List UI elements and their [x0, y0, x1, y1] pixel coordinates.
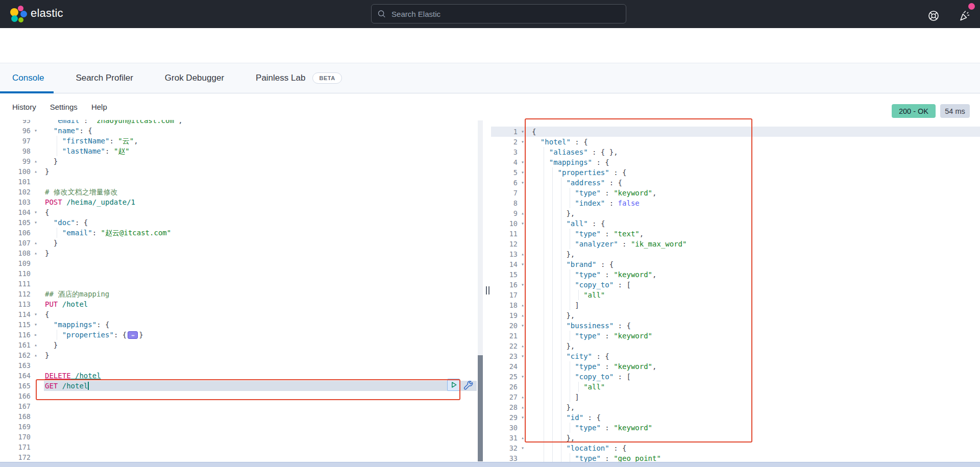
code-line-106[interactable]: 106 "email": "赵云@itcast.com" — [0, 228, 484, 238]
code-line-24[interactable]: 24 "type" : "keyword", — [491, 361, 980, 372]
fold-end-icon[interactable]: ▴ — [31, 166, 44, 177]
code-line-22[interactable]: 22▴ }, — [491, 341, 980, 351]
tab-search-profiler[interactable]: Search Profiler — [76, 73, 133, 83]
fold-expanded-icon[interactable]: ▾ — [518, 178, 531, 188]
code-line-101[interactable]: 101 — [0, 177, 484, 187]
code-text[interactable]: }, — [531, 402, 980, 412]
code-text[interactable]: }, — [531, 341, 980, 351]
tab-console[interactable]: Console — [12, 73, 44, 83]
fold-expanded-icon[interactable]: ▾ — [518, 443, 531, 453]
response-viewer[interactable]: 1▾{2▾ "hotel" : {3 "aliases" : { },4▾ "m… — [491, 120, 980, 462]
request-editor[interactable]: 95 "email": "zhaoyun@itcast.com",96▾ "na… — [0, 120, 484, 462]
fold-end-icon[interactable]: ▴ — [518, 208, 531, 218]
newsfeed-icon[interactable] — [959, 10, 971, 22]
code-line-18[interactable]: 18▴ ] — [491, 300, 980, 310]
code-text[interactable]: "copy_to" : [ — [531, 372, 980, 382]
code-line-171[interactable]: 171 — [0, 442, 484, 452]
code-text[interactable] — [44, 391, 477, 401]
code-line-109[interactable]: 109 — [0, 258, 484, 268]
tab-grok-debugger[interactable]: Grok Debugger — [165, 73, 224, 83]
code-line-162[interactable]: 162▴} — [0, 350, 484, 360]
tab-painless-lab[interactable]: Painless LabBETA — [256, 72, 342, 84]
code-line-110[interactable]: 110 — [0, 268, 484, 279]
code-text[interactable]: }, — [531, 310, 980, 321]
fold-expanded-icon[interactable]: ▾ — [518, 280, 531, 290]
code-text[interactable]: }, — [531, 249, 980, 259]
code-text[interactable]: "index" : false — [531, 198, 980, 208]
code-text[interactable] — [44, 411, 477, 422]
code-line-19[interactable]: 19▴ }, — [491, 310, 980, 321]
fold-expanded-icon[interactable]: ▾ — [518, 372, 531, 382]
code-line-169[interactable]: 169 — [0, 422, 484, 432]
code-text[interactable]: "all" — [531, 290, 980, 300]
toolbar-item-settings[interactable]: Settings — [50, 103, 78, 111]
code-line-116[interactable]: 116▸ "properties": {↔} — [0, 330, 484, 340]
code-line-3[interactable]: 3 "aliases" : { }, — [491, 147, 980, 157]
fold-end-icon[interactable]: ▴ — [31, 340, 44, 350]
code-text[interactable]: "doc": { — [44, 217, 477, 228]
code-text[interactable]: "type" : "text", — [531, 229, 980, 239]
code-line-113[interactable]: 113PUT /hotel — [0, 299, 484, 309]
code-line-112[interactable]: 112## 酒店的mapping — [0, 289, 484, 299]
fold-end-icon[interactable]: ▴ — [518, 310, 531, 321]
bottom-scrollbar-strip[interactable] — [0, 462, 980, 467]
code-text[interactable] — [44, 442, 477, 452]
code-line-16[interactable]: 16▾ "copy_to" : [ — [491, 280, 980, 290]
code-line-5[interactable]: 5▾ "properties" : { — [491, 167, 980, 178]
code-text[interactable] — [44, 177, 477, 187]
code-line-25[interactable]: 25▾ "copy_to" : [ — [491, 372, 980, 382]
fold-expanded-icon[interactable]: ▾ — [518, 167, 531, 178]
code-line-14[interactable]: 14▾ "brand" : { — [491, 259, 980, 269]
code-line-28[interactable]: 28▴ }, — [491, 402, 980, 412]
search-input[interactable] — [390, 9, 620, 19]
fold-end-icon[interactable]: ▴ — [518, 300, 531, 310]
request-options-button[interactable] — [462, 379, 473, 390]
code-line-104[interactable]: 104▾{ — [0, 207, 484, 217]
code-text[interactable]: "type" : "keyword", — [531, 188, 980, 198]
code-text[interactable]: } — [44, 238, 477, 248]
fold-expanded-icon[interactable]: ▾ — [31, 126, 44, 136]
code-line-7[interactable]: 7 "type" : "keyword", — [491, 188, 980, 198]
code-line-165[interactable]: 165GET /hotel — [0, 381, 484, 391]
fold-end-icon[interactable]: ▴ — [518, 341, 531, 351]
fold-expanded-icon[interactable]: ▾ — [518, 137, 531, 147]
panel-resizer-handle[interactable] — [485, 286, 491, 294]
code-text[interactable] — [44, 452, 477, 462]
fold-end-icon[interactable]: ▴ — [31, 238, 44, 248]
code-text[interactable]: "all" — [531, 382, 980, 392]
code-text[interactable]: "id" : { — [531, 412, 980, 423]
fold-expanded-icon[interactable]: ▾ — [31, 309, 44, 319]
code-line-20[interactable]: 20▾ "bussiness" : { — [491, 321, 980, 331]
code-text[interactable] — [44, 422, 477, 432]
code-line-2[interactable]: 2▾ "hotel" : { — [491, 137, 980, 147]
code-text[interactable]: ## 酒店的mapping — [44, 289, 477, 299]
fold-end-icon[interactable]: ▴ — [31, 350, 44, 360]
code-line-6[interactable]: 6▾ "address" : { — [491, 178, 980, 188]
code-line-30[interactable]: 30 "type" : "keyword" — [491, 423, 980, 433]
editor-scrollbar-track[interactable] — [478, 120, 483, 461]
code-text[interactable]: "email": "zhaoyun@itcast.com", — [44, 120, 477, 126]
code-line-95[interactable]: 95 "email": "zhaoyun@itcast.com", — [0, 120, 484, 126]
code-text[interactable] — [44, 432, 477, 442]
code-text[interactable]: POST /heima/_update/1 — [44, 197, 477, 207]
editor-scrollbar-thumb[interactable] — [478, 355, 483, 461]
code-line-103[interactable]: 103POST /heima/_update/1 — [0, 197, 484, 207]
code-text[interactable]: "all" : { — [531, 218, 980, 229]
code-text[interactable]: }, — [531, 208, 980, 218]
fold-expanded-icon[interactable]: ▾ — [518, 157, 531, 167]
code-line-99[interactable]: 99▴ } — [0, 156, 484, 166]
fold-expanded-icon[interactable]: ▾ — [31, 217, 44, 228]
fold-expanded-icon[interactable]: ▾ — [31, 207, 44, 217]
code-line-163[interactable]: 163 — [0, 360, 484, 371]
code-line-27[interactable]: 27▴ ] — [491, 392, 980, 402]
code-text[interactable]: "type" : "keyword", — [531, 361, 980, 372]
code-line-111[interactable]: 111 — [0, 279, 484, 289]
elastic-logo-icon[interactable] — [10, 6, 28, 23]
code-text[interactable]: "lastName": "赵" — [44, 146, 477, 156]
code-line-105[interactable]: 105▾ "doc": { — [0, 217, 484, 228]
code-text[interactable]: "analyzer" : "ik_max_word" — [531, 239, 980, 249]
code-line-31[interactable]: 31▴ }, — [491, 433, 980, 443]
code-text[interactable]: "aliases" : { }, — [531, 147, 980, 157]
code-text[interactable]: "location" : { — [531, 443, 980, 453]
code-line-96[interactable]: 96▾ "name": { — [0, 126, 484, 136]
